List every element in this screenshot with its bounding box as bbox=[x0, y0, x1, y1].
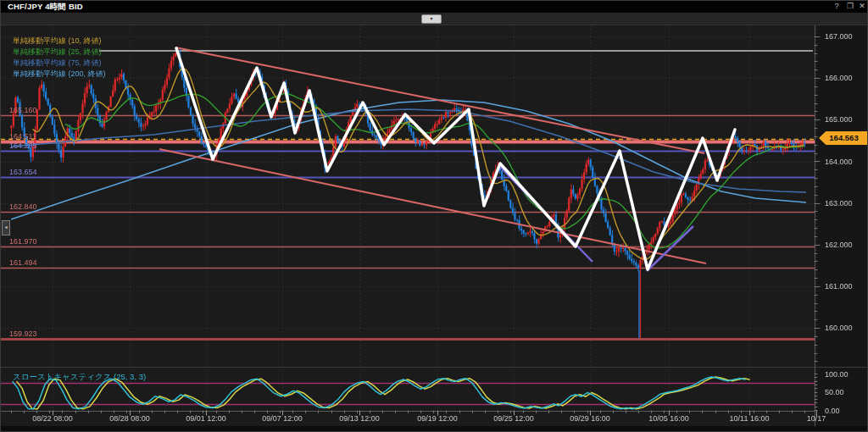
price-level-label: 165.160 bbox=[9, 106, 37, 114]
x-axis-label: 09/01 12:00 bbox=[176, 414, 236, 423]
y-axis-label: 161.000 bbox=[825, 282, 853, 291]
y-axis-label: 167.000 bbox=[825, 32, 853, 41]
maximize-icon[interactable]: ❐ bbox=[845, 2, 855, 10]
y-axis-label: 162.000 bbox=[825, 241, 853, 249]
y-axis-label: 163.000 bbox=[825, 199, 853, 208]
price-level-label: 159.923 bbox=[9, 330, 37, 338]
price-chart-canvas[interactable] bbox=[1, 1, 868, 432]
price-level-label: 163.654 bbox=[9, 168, 37, 176]
x-axis-label: 10/17 bbox=[787, 414, 846, 423]
help-button[interactable]: ? bbox=[832, 2, 842, 10]
x-axis-label: 09/25 12:00 bbox=[484, 414, 543, 423]
stochastic-label: スローストキャスティクス (25, 3, 3) bbox=[13, 372, 146, 383]
x-axis-label: 08/28 08:00 bbox=[100, 414, 159, 423]
y-axis-label: 160.000 bbox=[825, 324, 853, 332]
chart-title: CHF/JPY 4時間 BID bbox=[8, 2, 83, 13]
close-icon[interactable]: ✕ bbox=[857, 2, 867, 10]
x-axis-label: 10/05 16:00 bbox=[639, 414, 698, 423]
stoch-axis-label: 50.00 bbox=[825, 388, 844, 396]
toolbar-collapse-button[interactable]: ▾ bbox=[421, 14, 442, 24]
chart-window: CHF/JPY 4時間 BID ? ❐ ✕ ▾ ◂ 単純移動平均線 (10, 終… bbox=[0, 0, 868, 432]
x-axis-label: 09/29 16:00 bbox=[560, 414, 620, 423]
x-axis-label: 09/07 12:00 bbox=[253, 414, 312, 423]
title-bar[interactable]: CHF/JPY 4時間 BID ? ❐ ✕ bbox=[1, 1, 868, 14]
x-axis-label: 09/13 12:00 bbox=[330, 414, 389, 423]
price-level-label: 162.840 bbox=[9, 202, 37, 211]
side-panel-toggle-button[interactable]: ◂ bbox=[2, 220, 10, 235]
y-axis-label: 165.000 bbox=[825, 115, 853, 124]
legend-sma75: 単純移動平均線 (75, 終値) bbox=[13, 58, 102, 68]
x-axis-label: 09/19 12:00 bbox=[408, 414, 467, 423]
y-axis-label: 164.000 bbox=[825, 158, 853, 166]
legend-sma25: 単純移動平均線 (25, 終値) bbox=[13, 47, 102, 57]
y-axis-label: 166.000 bbox=[825, 74, 853, 82]
x-axis-label: 08/22 08:00 bbox=[23, 414, 82, 423]
current-price-badge: 164.563 bbox=[819, 131, 868, 145]
legend-sma200: 単純移動平均線 (200, 終値) bbox=[13, 69, 106, 79]
stoch-axis-label: 100.00 bbox=[825, 370, 849, 379]
price-level-label: 164.295 bbox=[9, 141, 37, 150]
price-level-label: 164.511 bbox=[9, 132, 36, 141]
price-level-label: 161.494 bbox=[9, 258, 37, 267]
x-axis-label: 10/11 16:00 bbox=[720, 414, 779, 423]
legend-sma10: 単純移動平均線 (10, 終値) bbox=[13, 36, 102, 46]
price-level-label: 161.970 bbox=[9, 237, 37, 246]
